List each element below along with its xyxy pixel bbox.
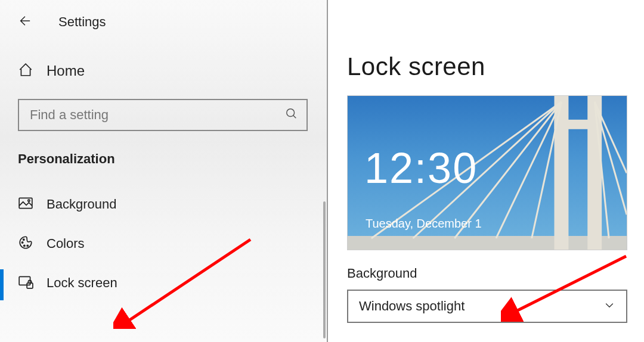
svg-point-0 bbox=[287, 109, 295, 117]
svg-point-3 bbox=[22, 242, 23, 243]
sidebar-item-background[interactable]: Background bbox=[0, 185, 327, 224]
sidebar-item-colors[interactable]: Colors bbox=[0, 224, 327, 263]
section-personalization: Personalization bbox=[0, 131, 327, 185]
sidebar-item-label: Lock screen bbox=[47, 275, 117, 291]
search-box[interactable] bbox=[18, 99, 308, 131]
svg-line-17 bbox=[496, 102, 562, 238]
search-input[interactable] bbox=[30, 107, 285, 123]
preview-date: Tuesday, December 1 bbox=[366, 217, 482, 231]
background-dropdown[interactable]: Windows spotlight bbox=[347, 290, 627, 323]
search-container bbox=[0, 91, 327, 131]
app-title: Settings bbox=[58, 14, 106, 30]
lockscreen-preview: 12:30 Tuesday, December 1 bbox=[347, 95, 627, 250]
lockscreen-icon bbox=[18, 274, 33, 292]
back-icon[interactable] bbox=[18, 14, 31, 30]
svg-point-4 bbox=[23, 239, 24, 240]
svg-point-2 bbox=[28, 200, 30, 201]
svg-rect-11 bbox=[555, 96, 569, 250]
chevron-down-icon bbox=[603, 299, 615, 313]
svg-point-5 bbox=[24, 245, 25, 246]
image-icon bbox=[18, 195, 33, 213]
main-pane: Lock screen 12:30 Tuesday, December 1 Ba… bbox=[328, 0, 644, 342]
home-icon bbox=[18, 62, 33, 80]
svg-point-6 bbox=[27, 245, 28, 246]
settings-sidebar: Settings Home Personalization bbox=[0, 0, 328, 342]
sidebar-item-lockscreen[interactable]: Lock screen bbox=[0, 263, 327, 303]
search-icon bbox=[285, 107, 298, 123]
nav-home[interactable]: Home bbox=[0, 41, 327, 91]
palette-icon bbox=[18, 235, 33, 253]
preview-time: 12:30 bbox=[364, 144, 478, 192]
dropdown-value: Windows spotlight bbox=[359, 299, 465, 314]
page-title: Lock screen bbox=[347, 52, 644, 81]
sidebar-topbar: Settings bbox=[0, 0, 327, 41]
svg-rect-10 bbox=[348, 236, 627, 250]
svg-rect-13 bbox=[555, 120, 602, 129]
sidebar-item-label: Colors bbox=[47, 236, 85, 251]
sidebar-item-label: Background bbox=[47, 197, 116, 212]
background-label: Background bbox=[347, 266, 644, 281]
scrollbar-thumb[interactable] bbox=[323, 201, 326, 338]
home-label: Home bbox=[47, 63, 85, 79]
